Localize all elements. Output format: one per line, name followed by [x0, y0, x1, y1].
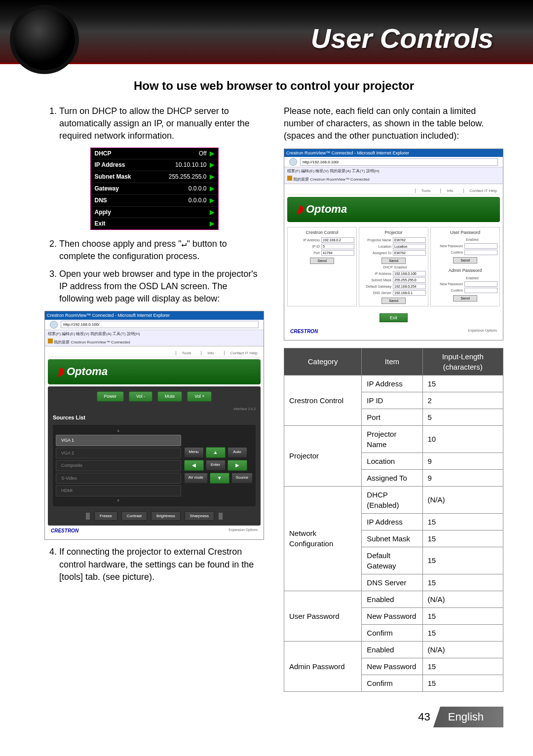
osd-apply-label: Apply: [95, 208, 210, 217]
brightness-button[interactable]: Brightness: [151, 511, 181, 521]
arrow-right-icon: ▶: [210, 220, 214, 228]
table-item-cell: New Password: [362, 607, 422, 624]
browser-favorites: 我的最愛 Crestron RoomView™ Connected: [45, 338, 264, 346]
vol-down-button[interactable]: Vol -: [129, 391, 152, 402]
table-length-cell: 15: [422, 530, 503, 547]
language-tab: English: [433, 707, 503, 727]
source-composite[interactable]: Composite: [56, 460, 181, 471]
exit-button[interactable]: Exit: [380, 313, 408, 322]
sources-list-title: Sources List: [53, 414, 256, 421]
table-category-cell: Crestron Control: [284, 375, 362, 425]
osd-menu: DHCPOff▶ IP Address10.10.10.10▶ Subnet M…: [90, 148, 219, 230]
osd-gw-label: Gateway: [95, 185, 189, 193]
admin-confirm-input[interactable]: [464, 288, 497, 293]
page-header: User Controls: [0, 0, 533, 64]
menu-button[interactable]: Menu: [184, 447, 204, 458]
table-length-cell: (N/A): [422, 486, 503, 513]
subnet-mask-input[interactable]: 255.255.255.0: [393, 277, 426, 283]
send-button[interactable]: Send: [381, 298, 406, 304]
nav-back-icon: [289, 158, 297, 166]
up-button[interactable]: ▲: [206, 447, 226, 458]
table-item-cell: Enabled: [362, 591, 422, 607]
table-length-cell: 15: [422, 607, 503, 624]
table-item-cell: New Password: [362, 658, 422, 675]
enter-icon: ↵: [182, 238, 187, 249]
up-arrow-icon[interactable]: ▲: [56, 428, 181, 433]
osd-dns-value: 0.0.0.0: [189, 196, 207, 205]
source-hdmi[interactable]: HDMI: [56, 485, 181, 496]
table-category-cell: User Password: [284, 591, 362, 641]
power-button[interactable]: Power: [97, 391, 124, 402]
table-length-cell: 15: [422, 658, 503, 675]
port-input[interactable]: 41794: [321, 250, 354, 256]
browser-menu: 檔案(F) 編輯(E) 檢視(V) 我的最愛(A) 工具(T) 說明(H): [45, 330, 264, 338]
source-vga1[interactable]: VGA 1: [56, 435, 181, 446]
down-arrow-icon[interactable]: ▼: [56, 498, 181, 503]
sharpness-button[interactable]: Sharpness: [185, 511, 214, 521]
table-item-cell: Subnet Mask: [362, 530, 422, 547]
table-length-cell: (N/A): [422, 641, 503, 658]
gateway-input[interactable]: 192.168.0.254: [393, 284, 426, 289]
send-button[interactable]: Send: [453, 295, 477, 302]
right-button[interactable]: ▶: [228, 460, 247, 471]
admin-password-input[interactable]: [464, 281, 497, 287]
crestron-logo: CRESTRON: [51, 528, 78, 533]
source-vga2[interactable]: VGA 2: [56, 448, 181, 459]
header-title: User Controls: [311, 22, 494, 54]
page-footer: 43 English: [44, 707, 503, 727]
contrast-button[interactable]: Contrast: [121, 511, 147, 521]
star-icon: [287, 176, 292, 181]
mute-button[interactable]: Mute: [157, 391, 182, 402]
table-length-cell: 15: [422, 513, 503, 530]
down-button[interactable]: ▼: [210, 473, 229, 484]
vol-up-button[interactable]: Vol +: [187, 391, 212, 402]
step-1: Turn on DHCP to allow the DHCP server to…: [59, 105, 264, 143]
osd-gw-value: 0.0.0.0: [189, 185, 207, 193]
osd-mask-value: 255.255.255.0: [169, 173, 207, 181]
slider-right-icon[interactable]: [218, 512, 223, 520]
arrow-right-icon: ▶: [210, 208, 214, 217]
lens-graphic: [10, 5, 79, 74]
nav-back-icon: [50, 321, 58, 329]
optoma-logo: Optoma: [48, 359, 261, 384]
ip-id-input[interactable]: 5: [321, 244, 354, 249]
table-item-cell: Port: [362, 409, 422, 425]
ip-address-input[interactable]: 192.168.0.2: [321, 237, 354, 243]
net-ip-input[interactable]: 192.168.0.100: [393, 271, 426, 276]
avmute-button[interactable]: AV mute: [184, 473, 208, 484]
arrow-right-icon: ▶: [210, 196, 214, 205]
osd-dhcp-value: Off: [199, 150, 207, 158]
source-button[interactable]: Source: [231, 473, 253, 484]
new-password-input[interactable]: [464, 243, 497, 249]
freeze-button[interactable]: Freeze: [94, 511, 117, 521]
table-item-cell: IP ID: [362, 392, 422, 409]
projector-panel: Projector Projector NameEW762 LocationLo…: [359, 227, 428, 306]
address-bar: http://192.168.0.100/: [300, 158, 498, 166]
table-length-cell: 10: [422, 425, 503, 453]
browser-titlebar: Crestron RoomView™ Connected - Microsoft…: [284, 149, 503, 157]
confirm-password-input[interactable]: [464, 250, 497, 255]
table-length-cell: 2: [422, 392, 503, 409]
left-button[interactable]: ◀: [184, 460, 204, 471]
arrow-right-icon: ▶: [210, 150, 214, 158]
slider-left-icon[interactable]: [85, 512, 90, 520]
enter-button[interactable]: Enter: [206, 460, 226, 471]
crestron-control-panel: Crestron Control IP Address192.168.0.2 I…: [287, 227, 357, 306]
table-item-cell: DHCP (Enabled): [362, 486, 422, 513]
send-button[interactable]: Send: [453, 257, 477, 264]
table-item-cell: DNS Server: [362, 574, 422, 591]
location-input[interactable]: Location: [393, 244, 426, 249]
source-svideo[interactable]: S-Video: [56, 473, 181, 484]
osd-ip-label: IP Address: [95, 161, 176, 169]
send-button[interactable]: Send: [310, 258, 334, 264]
projector-name-input[interactable]: EW762: [393, 237, 426, 243]
table-length-cell: 15: [422, 574, 503, 591]
assigned-to-input[interactable]: EW762: [393, 250, 426, 256]
dns-input[interactable]: 192.168.0.1: [393, 290, 426, 296]
arrow-right-icon: ▶: [210, 173, 214, 181]
send-button[interactable]: Send: [381, 258, 406, 264]
osd-mask-label: Subnet Mask: [95, 173, 169, 181]
table-item-cell: IP Address: [362, 375, 422, 392]
auto-button[interactable]: Auto: [228, 447, 247, 458]
table-item-cell: Confirm: [362, 624, 422, 641]
